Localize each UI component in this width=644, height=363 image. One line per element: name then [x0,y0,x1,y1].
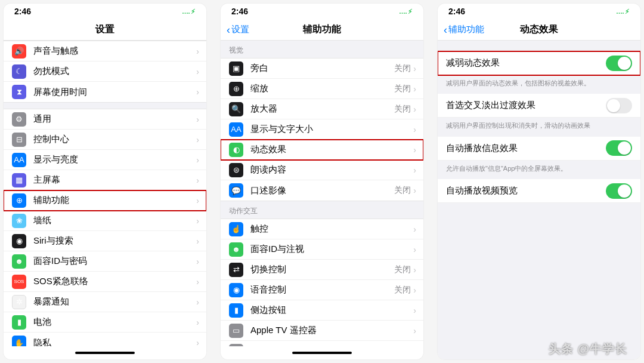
chevron-right-icon: › [196,87,199,97]
status-bar: 2:46 …. ⚡︎ [221,4,423,19]
toggle-label: 自动播放视频预览 [446,185,606,196]
row-magnifier[interactable]: 🔍放大器关闭› [221,99,423,119]
row-exposure[interactable]: ✲暴露通知› [4,292,206,312]
wallpaper-icon: ❀ [12,214,26,228]
dnd-icon: ☾ [12,64,26,79]
chevron-right-icon: › [413,145,416,155]
row-zoom[interactable]: ⊕缩放关闭› [221,79,423,99]
magnifier-icon: 🔍 [229,102,243,116]
motion-icon: ◐ [229,143,243,157]
row-privacy[interactable]: ✋隐私› [4,333,206,346]
footnote: 允许自动播放"信息"App中的全屏幕效果。 [438,161,640,179]
toggle-row-crossfade: 首选交叉淡出过渡效果 [438,94,640,118]
chevron-right-icon: › [196,135,199,144]
row-textsize[interactable]: AA显示与文字大小› [221,119,423,140]
row-siri[interactable]: ◉Siri与搜索› [4,231,206,251]
phone-settings: 2:46 …. ⚡︎ 设置 🔊声音与触感›☾勿扰模式›⧗屏幕使用时间›⚙通用›⊟… [4,4,206,359]
row-label: 面容ID与密码 [33,256,196,267]
battery-icon: …. ⚡︎ [399,8,413,16]
row-sidebtn[interactable]: ▮侧边按钮› [221,300,423,321]
row-home[interactable]: ▦主屏幕› [4,170,206,190]
toggle-crossfade[interactable] [606,98,632,113]
row-control[interactable]: ⊟控制中心› [4,130,206,150]
row-screentime[interactable]: ⧗屏幕使用时间› [4,82,206,102]
screentime-icon: ⧗ [12,85,26,99]
row-label: 口述影像 [250,185,394,196]
back-button[interactable]: ‹ 设置 [227,24,249,35]
chevron-right-icon: › [196,155,199,165]
row-label: 显示与文字大小 [250,124,413,135]
toggle-reduce[interactable] [606,56,632,71]
home-indicator[interactable] [221,346,423,359]
chevron-right-icon: › [196,216,199,226]
row-voicectl[interactable]: ◉语音控制关闭› [221,280,423,300]
chevron-right-icon: › [413,326,416,336]
general-icon: ⚙ [12,112,26,127]
spoken-icon: ⊜ [229,163,243,177]
chevron-right-icon: › [196,176,199,185]
row-label: 显示与亮度 [33,154,196,165]
chevron-right-icon: › [196,236,199,246]
toggle-row-reduce: 减弱动态效果 [438,51,640,75]
footnote: 减弱用户界面的动态效果，包括图标的视差效果。 [438,75,640,94]
toggle-label: 减弱动态效果 [446,57,606,69]
navbar: ‹ 辅助功能 动态效果 [438,19,640,41]
battery-icon: ▮ [12,315,26,330]
row-accessibility[interactable]: ⊕辅助功能› [4,190,206,211]
toggle-label: 首选交叉淡出过渡效果 [446,100,606,111]
row-label: 主屏幕 [33,174,196,186]
row-sound[interactable]: 🔊声音与触感› [4,41,206,61]
accessibility-list[interactable]: 视觉▣旁白关闭›⊕缩放关闭›🔍放大器关闭›AA显示与文字大小›◐动态效果›⊜朗读… [221,41,423,346]
chevron-right-icon: › [413,224,416,234]
row-spoken[interactable]: ⊜朗读内容› [221,160,423,180]
battery-icon: …. ⚡︎ [182,8,196,16]
row-label: Apple TV 遥控器 [250,325,413,336]
privacy-icon: ✋ [12,336,26,346]
status-time: 2:46 [448,7,465,16]
watermark: 头条 @牛学长 [549,341,627,357]
row-label: 辅助功能 [33,195,196,206]
accessibility-icon: ⊕ [12,193,26,208]
status-time: 2:46 [14,7,31,16]
phone-accessibility: 2:46 …. ⚡︎ ‹ 设置 辅助功能 视觉▣旁白关闭›⊕缩放关闭›🔍放大器关… [221,4,423,359]
row-sos[interactable]: SOSSOS紧急联络› [4,272,206,292]
chevron-right-icon: › [196,115,199,124]
chevron-right-icon: › [413,186,416,195]
row-label: 侧边按钮 [250,304,413,316]
page-title: 动态效果 [520,23,558,36]
row-label: 旁白 [250,63,394,74]
row-display[interactable]: AA显示与亮度› [4,150,206,170]
row-label: 电池 [33,316,196,328]
row-wallpaper[interactable]: ❀墙纸› [4,211,206,231]
status-time: 2:46 [231,7,248,16]
row-audiodesc[interactable]: 💬口述影像关闭› [221,180,423,201]
toggle-autoplaymsg[interactable] [606,140,632,156]
row-general[interactable]: ⚙通用› [4,109,206,130]
row-label: 朗读内容 [250,164,413,176]
row-label: 动态效果 [250,144,413,155]
row-dnd[interactable]: ☾勿扰模式› [4,61,206,82]
back-button[interactable]: ‹ 辅助功能 [444,24,484,35]
row-label: 放大器 [250,103,394,115]
settings-list[interactable]: 🔊声音与触感›☾勿扰模式›⧗屏幕使用时间›⚙通用›⊟控制中心›AA显示与亮度›▦… [4,41,206,346]
row-touch[interactable]: ☝触控› [221,219,423,239]
row-voiceover[interactable]: ▣旁白关闭› [221,59,423,79]
section-header: 动作交互 [221,201,423,219]
back-label: 辅助功能 [448,24,484,35]
row-label: 暴露通知 [33,296,196,307]
row-keyboard[interactable]: ⌨键盘› [221,341,423,346]
toggle-autoplayvid[interactable] [606,183,632,199]
motion-list[interactable]: 减弱动态效果减弱用户界面的动态效果，包括图标的视差效果。首选交叉淡出过渡效果减弱… [438,41,640,359]
row-battery[interactable]: ▮电池› [4,312,206,333]
row-switch[interactable]: ⇄切换控制关闭› [221,260,423,280]
row-faceid[interactable]: ☻面容ID与密码› [4,251,206,272]
home-indicator[interactable] [4,346,206,359]
chevron-right-icon: › [413,165,416,175]
chevron-right-icon: › [196,257,199,266]
touch-icon: ☝ [229,222,243,236]
row-faceatt[interactable]: ☻面容ID与注视› [221,239,423,260]
chevron-right-icon: › [196,297,199,307]
row-motion[interactable]: ◐动态效果› [221,140,423,160]
phone-motion: 2:46 …. ⚡︎ ‹ 辅助功能 动态效果 减弱动态效果减弱用户界面的动态效果… [438,4,640,359]
row-appletv[interactable]: ▭Apple TV 遥控器› [221,321,423,341]
